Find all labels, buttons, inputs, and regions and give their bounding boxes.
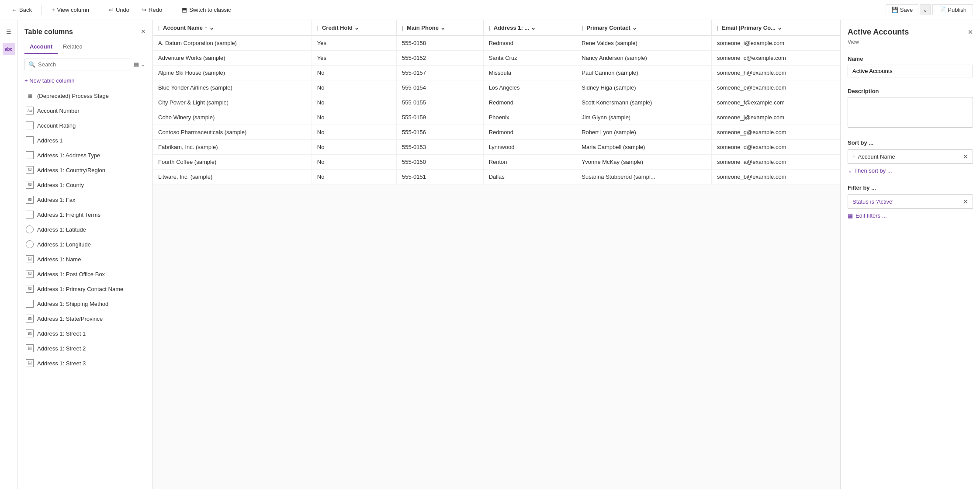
list-item[interactable]: 🖼 Address 1: Post Office Box	[17, 267, 152, 281]
column-label: Address 1: Longitude	[37, 241, 91, 248]
tab-account[interactable]: Account	[24, 40, 58, 54]
list-item[interactable]: 🖼 Address 1: Primary Contact Name	[17, 281, 152, 296]
list-item[interactable]: ▦ (Deprecated) Process Stage	[17, 88, 152, 103]
undo-label: Undo	[116, 7, 129, 13]
chevron-down-icon: ⌄	[141, 61, 145, 68]
chevron-down-icon: ⌄	[848, 167, 852, 174]
list-item[interactable]: Aa Account Number	[17, 103, 152, 118]
table-cell: No	[312, 155, 396, 170]
table-row[interactable]: Alpine Ski House (sample)No555-0157Misso…	[153, 66, 840, 80]
list-item[interactable]: 🖼 Address 1: Fax	[17, 192, 152, 207]
table-row[interactable]: Fourth Coffee (sample)No555-0150RentonYv…	[153, 155, 840, 170]
list-item[interactable]: 🖼 Address 1: Street 2	[17, 341, 152, 356]
table-row[interactable]: City Power & Light (sample)No555-0155Red…	[153, 95, 840, 110]
table-cell: Los Angeles	[483, 80, 576, 95]
sort-item-remove-button[interactable]: ✕	[963, 153, 968, 161]
table-cell: Redmond	[483, 36, 576, 51]
switch-classic-button[interactable]: ⬒ Switch to classic	[177, 5, 235, 15]
col-grip: |	[317, 25, 319, 31]
table-cell: someone_g@example.com	[712, 125, 840, 140]
search-icon: 🔍	[28, 61, 35, 68]
tab-related[interactable]: Related	[58, 40, 88, 54]
table-cell: Jim Glynn (sample)	[576, 110, 712, 125]
save-button[interactable]: 💾 Save	[886, 4, 919, 15]
table-cell: Fourth Coffee (sample)	[153, 155, 312, 170]
box-icon	[26, 136, 34, 144]
right-panel-title: Active Accounts	[848, 28, 909, 37]
save-chevron-button[interactable]: ⌄	[920, 4, 931, 15]
col-label-account-name: Account Name	[163, 24, 203, 31]
search-input[interactable]	[38, 61, 126, 68]
list-item[interactable]: Address 1: Latitude	[17, 222, 152, 237]
list-item[interactable]: 🖼 Address 1: State/Province	[17, 311, 152, 326]
col-header-primary-contact[interactable]: | Primary Contact ⌄	[576, 20, 712, 36]
table-cell: 555-0153	[396, 140, 483, 155]
then-sort-button[interactable]: ⌄ Then sort by ...	[848, 167, 892, 174]
switch-classic-label: Switch to classic	[189, 7, 231, 13]
img-icon: 🖼	[26, 270, 34, 278]
list-item[interactable]: Address 1: Address Type	[17, 148, 152, 163]
table-cell: someone_f@example.com	[712, 95, 840, 110]
table-cell: 555-0151	[396, 170, 483, 184]
col-header-address1[interactable]: | Address 1: ... ⌄	[483, 20, 576, 36]
table-row[interactable]: Contoso Pharmaceuticals (sample)No555-01…	[153, 125, 840, 140]
back-button[interactable]: ← Back	[7, 5, 36, 15]
redo-button[interactable]: ↪ Redo	[137, 5, 166, 15]
col-label-email: Email (Primary Co...	[722, 24, 776, 31]
table-row[interactable]: Blue Yonder Airlines (sample)No555-0154L…	[153, 80, 840, 95]
new-column-label: + New table column	[24, 77, 75, 84]
table-row[interactable]: Fabrikam, Inc. (sample)No555-0153Lynnwoo…	[153, 140, 840, 155]
table-cell: Redmond	[483, 125, 576, 140]
list-item[interactable]: Address 1: Shipping Method	[17, 296, 152, 311]
abc-icon[interactable]: abc	[3, 43, 15, 55]
edit-filters-button[interactable]: ▦ Edit filters ...	[848, 212, 887, 219]
table-cell: Coho Winery (sample)	[153, 110, 312, 125]
sort-asc-icon: ↑	[204, 24, 208, 31]
name-field-input[interactable]	[848, 65, 973, 77]
box-icon	[26, 211, 34, 218]
table-row[interactable]: Coho Winery (sample)No555-0159PhoenixJim…	[153, 110, 840, 125]
chevron-down-icon: ⌄	[209, 24, 214, 31]
save-label: Save	[900, 7, 913, 13]
column-label: Address 1: Freight Terms	[37, 212, 100, 218]
list-item[interactable]: 🖼 Address 1: Street 1	[17, 326, 152, 341]
column-label: Address 1: Country/Region	[37, 167, 105, 173]
table-cell: Santa Cruz	[483, 51, 576, 66]
column-label: Account Rating	[37, 122, 76, 129]
list-item[interactable]: 🖼 Address 1: Name	[17, 252, 152, 267]
filter-icon: ▦	[848, 212, 853, 219]
table-cell: Adventure Works (sample)	[153, 51, 312, 66]
list-item[interactable]: Address 1: Freight Terms	[17, 207, 152, 222]
new-column-button[interactable]: + New table column	[17, 75, 152, 88]
table-row[interactable]: Adventure Works (sample)Yes555-0152Santa…	[153, 51, 840, 66]
list-item[interactable]: Account Rating	[17, 118, 152, 133]
sort-item: ↑ Account Name ✕	[848, 149, 973, 164]
filter-item-remove-button[interactable]: ✕	[963, 198, 968, 206]
view-column-button[interactable]: + View column	[47, 5, 93, 15]
sort-asc-icon: ↑	[852, 153, 855, 160]
list-item[interactable]: Address 1: Longitude	[17, 237, 152, 252]
left-panel-title: Table columns	[24, 28, 73, 36]
list-item[interactable]: Address 1	[17, 133, 152, 148]
col-header-credit-hold[interactable]: | Credit Hold ⌄	[312, 20, 396, 36]
list-item[interactable]: 🖼 Address 1: Country/Region	[17, 163, 152, 177]
undo-button[interactable]: ↩ Undo	[104, 5, 134, 15]
right-panel-close-button[interactable]: ×	[968, 27, 973, 37]
list-item[interactable]: 🖼 Address 1: Street 3	[17, 356, 152, 371]
view-column-label: View column	[57, 7, 89, 13]
col-header-account-name[interactable]: | Account Name ↑ ⌄	[153, 20, 312, 36]
table-row[interactable]: Litware, Inc. (sample)No555-0151DallasSu…	[153, 170, 840, 184]
col-header-email[interactable]: | Email (Primary Co... ⌄	[712, 20, 840, 36]
column-label: Address 1: Address Type	[37, 152, 100, 159]
table-cell: Dallas	[483, 170, 576, 184]
filter-sort-button[interactable]: ▦ ⌄	[134, 61, 145, 68]
description-field-textarea[interactable]	[848, 97, 973, 128]
list-item[interactable]: 🖼 Address 1: County	[17, 177, 152, 192]
column-label: Address 1: State/Province	[37, 316, 103, 322]
left-panel-close-button[interactable]: ×	[141, 27, 145, 36]
table-row[interactable]: A. Datum Corporation (sample)Yes555-0158…	[153, 36, 840, 51]
hamburger-icon[interactable]: ☰	[3, 25, 15, 38]
col-header-main-phone[interactable]: | Main Phone ⌄	[396, 20, 483, 36]
publish-button[interactable]: 📄 Publish	[932, 4, 973, 15]
table-cell: No	[312, 66, 396, 80]
